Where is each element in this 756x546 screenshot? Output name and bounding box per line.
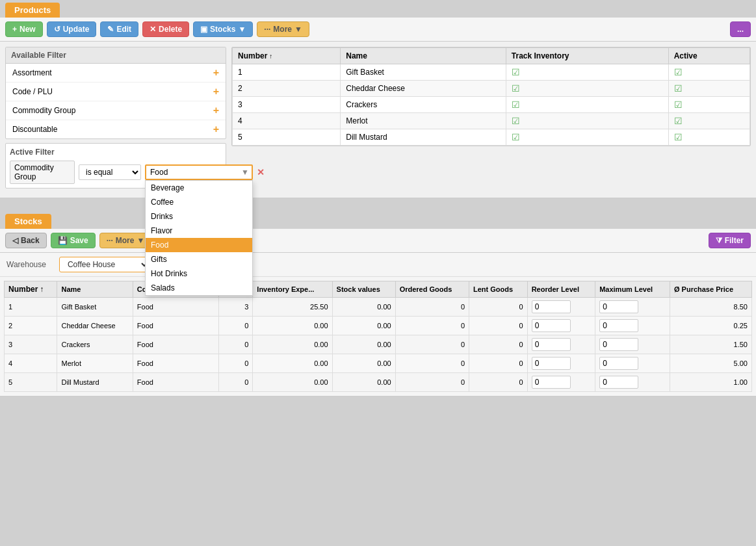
stocks-cell-stockval: 0.00	[332, 317, 395, 335]
reorder-input[interactable]	[532, 357, 571, 370]
products-tab[interactable]: Products	[5, 3, 60, 18]
sort-icon: ↑	[40, 285, 44, 294]
dropdown-item-hot-drinks[interactable]: Hot Drinks	[146, 266, 252, 281]
stocks-table-container: Number ↑ Name Commodity Group Stock Inve…	[4, 281, 752, 392]
cell-active: ☑	[668, 113, 749, 129]
cell-name: Crackers	[341, 97, 506, 113]
active-filter-row: Commodity Group is equal is not equal co…	[10, 161, 222, 184]
checkbox-active[interactable]: ☑	[674, 132, 683, 142]
max-input[interactable]	[599, 357, 638, 370]
stocks-cell-inv: 25.50	[253, 298, 332, 317]
stocks-more-caret-icon: ▼	[137, 236, 144, 245]
stocks-more-button[interactable]: ··· More ▼	[99, 233, 152, 248]
stocks-cell-purchase: 8.50	[670, 298, 751, 317]
stocks-cell-name: Crackers	[57, 335, 133, 354]
delete-button[interactable]: ✕ Delete	[142, 21, 189, 37]
checkbox-active[interactable]: ☑	[674, 67, 683, 77]
stocks-col-reorder[interactable]: Reorder Level	[527, 281, 595, 298]
stocks-cell-stock: 3	[219, 298, 253, 317]
stocks-cell-reorder	[527, 317, 595, 335]
max-input[interactable]	[599, 376, 638, 389]
max-input[interactable]	[599, 319, 638, 332]
stocks-col-max[interactable]: Maximum Level	[595, 281, 670, 298]
dropdown-item-coffee[interactable]: Coffee	[146, 195, 252, 209]
stocks-tab-bar: Stocks	[0, 211, 756, 229]
filter-button[interactable]: ⧩ Filter	[709, 233, 751, 248]
stocks-cell-max	[595, 373, 670, 392]
filter-commodity-add[interactable]: +	[213, 105, 219, 116]
stocks-col-stock-val[interactable]: Stock values	[332, 281, 395, 298]
stocks-cell-max	[595, 298, 670, 317]
stocks-cell-stock: 0	[219, 354, 253, 373]
new-button[interactable]: + New	[5, 21, 43, 37]
stocks-cell-ordered: 0	[395, 335, 469, 354]
filter-icon: ⧩	[716, 236, 722, 245]
filter-value-input[interactable]: Food	[145, 164, 253, 180]
dropdown-item-flavor[interactable]: Flavor	[146, 224, 252, 238]
edit-button[interactable]: ✎ Edit	[100, 21, 138, 37]
stocks-cell-commodity: Food	[133, 298, 219, 317]
checkbox-track[interactable]: ☑	[512, 83, 520, 94]
stocks-cell-purchase: 1.50	[670, 335, 751, 354]
stocks-col-number[interactable]: Number ↑	[5, 281, 57, 298]
stocks-table-row: 4 Merlot Food 0 0.00 0.00 0 0 5.00	[5, 354, 752, 373]
stocks-button[interactable]: ▣ Stocks ▼	[193, 21, 253, 37]
checkbox-active[interactable]: ☑	[674, 83, 683, 94]
action-button[interactable]: ...	[730, 21, 751, 37]
stocks-table-row: 5 Dill Mustard Food 0 0.00 0.00 0 0 1.00	[5, 373, 752, 392]
dropdown-item-gifts[interactable]: Gifts	[146, 252, 252, 266]
save-button[interactable]: 💾 Save	[51, 233, 96, 248]
reorder-input[interactable]	[532, 300, 571, 313]
stocks-caret-icon: ▼	[238, 25, 246, 34]
reorder-input[interactable]	[532, 338, 571, 351]
filter-operator-select[interactable]: is equal is not equal contains	[79, 164, 141, 180]
checkbox-track[interactable]: ☑	[512, 67, 520, 77]
warehouse-select[interactable]: Coffee House Main Warehouse Store 1	[59, 257, 150, 272]
filter-assortment-add[interactable]: +	[213, 67, 219, 79]
back-icon: ◁	[12, 236, 18, 245]
more-button[interactable]: ··· More ▼	[257, 21, 309, 37]
checkbox-track[interactable]: ☑	[512, 116, 520, 126]
stocks-col-ordered[interactable]: Ordered Goods	[395, 281, 469, 298]
stocks-col-inv-exp[interactable]: Inventory Expe...	[253, 281, 332, 298]
stocks-cell-lent: 0	[469, 317, 528, 335]
dropdown-item-food[interactable]: Food	[146, 238, 252, 252]
stocks-col-name[interactable]: Name	[57, 281, 133, 298]
dropdown-item-beverage[interactable]: Beverage	[146, 181, 252, 195]
stocks-cell-lent: 0	[469, 335, 528, 354]
filter-discountable-add[interactable]: +	[213, 124, 219, 135]
stocks-cell-number: 4	[5, 354, 57, 373]
stocks-col-lent[interactable]: Lent Goods	[469, 281, 528, 298]
stocks-cell-lent: 0	[469, 354, 528, 373]
stocks-col-purchase[interactable]: Ø Purchase Price	[670, 281, 751, 298]
stocks-cell-ordered: 0	[395, 354, 469, 373]
dropdown-item-drinks[interactable]: Drinks	[146, 209, 252, 224]
edit-icon: ✎	[107, 25, 114, 34]
checkbox-active[interactable]: ☑	[674, 99, 683, 110]
update-button[interactable]: ↺ Update	[47, 21, 97, 37]
dropdown-item-salads[interactable]: Salads	[146, 281, 252, 295]
max-input[interactable]	[599, 338, 638, 351]
col-name[interactable]: Name	[341, 48, 506, 64]
stocks-dots-icon: ···	[107, 236, 113, 245]
stocks-cell-name: Merlot	[57, 354, 133, 373]
col-number[interactable]: Number ↑	[233, 48, 341, 64]
reorder-input[interactable]	[532, 376, 571, 389]
max-input[interactable]	[599, 300, 638, 313]
col-track[interactable]: Track Inventory	[506, 48, 668, 64]
checkbox-track[interactable]: ☑	[512, 99, 520, 110]
filter-code-add[interactable]: +	[213, 86, 219, 98]
checkbox-track[interactable]: ☑	[512, 132, 520, 142]
stocks-cell-ordered: 0	[395, 298, 469, 317]
stocks-tab[interactable]: Stocks	[5, 214, 51, 229]
cell-active: ☑	[668, 97, 749, 113]
filter-commodity-row: Commodity Group +	[6, 101, 226, 120]
checkbox-active[interactable]: ☑	[674, 116, 683, 126]
filter-code-label: Code / PLU	[12, 87, 53, 96]
col-active[interactable]: Active	[668, 48, 749, 64]
reorder-input[interactable]	[532, 319, 571, 332]
back-button[interactable]: ◁ Back	[5, 233, 47, 248]
cell-active: ☑	[668, 64, 749, 81]
filter-value-dropdown-container: Food ▼ Beverage Coffee Drinks Flavor Foo…	[145, 164, 253, 180]
filter-delete-button[interactable]: ✕	[257, 167, 265, 177]
